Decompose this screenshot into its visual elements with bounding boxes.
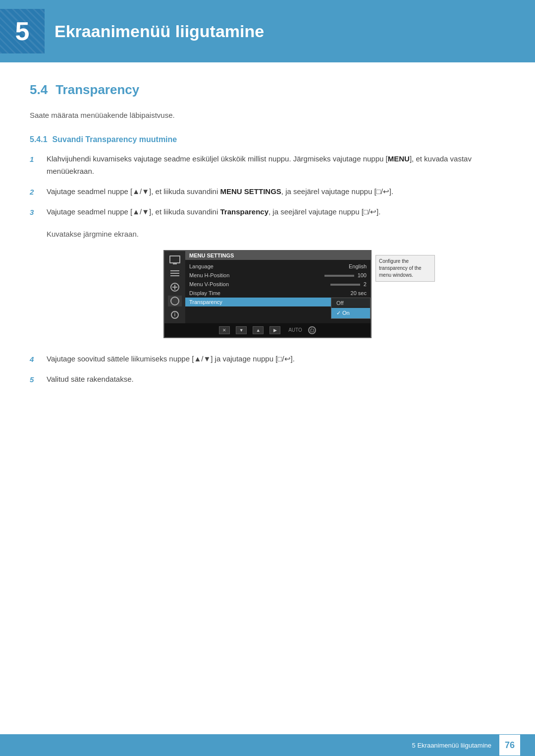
info-icon: i (171, 311, 179, 319)
btn-up: ▲ (253, 326, 264, 334)
display-time-value: 20 sec (351, 290, 367, 296)
lines-icon (170, 270, 179, 276)
steps-list-before: 1 Klahvijuhendi kuvamiseks vajutage sead… (30, 153, 505, 218)
monitor-mockup: i MENU SETTINGS Language English (163, 250, 372, 338)
menu-sidebar: i (164, 251, 185, 323)
section-number: 5.4 (30, 82, 48, 98)
h-slider (324, 275, 354, 277)
step-1-text: Klahvijuhendi kuvamiseks vajutage seadme… (47, 153, 505, 178)
menu-items: Language English Menu H-Position 100 (185, 260, 371, 308)
step-4-text: Vajutage soovitud sättele liikumiseks nu… (47, 353, 505, 365)
v-slider (330, 284, 360, 286)
step-3-number: 3 (30, 206, 43, 218)
icon-3 (168, 282, 182, 293)
step-1-kbd: MENU (388, 154, 410, 163)
chapter-header: 5 Ekraanimenüü liigutamine (0, 0, 535, 62)
monitor-container: i MENU SETTINGS Language English (30, 250, 505, 338)
tooltip-box: Configure the transparency of the menu w… (375, 255, 435, 282)
monitor-screen: i MENU SETTINGS Language English (163, 250, 372, 338)
step-4-number: 4 (30, 353, 43, 365)
subsection-title: Suvandi Transparency muutmine (53, 135, 177, 144)
chapter-number: 5 (15, 16, 30, 46)
icon-5: i (168, 309, 182, 320)
step-1: 1 Klahvijuhendi kuvamiseks vajutage sead… (30, 153, 505, 178)
icon-1 (168, 254, 182, 265)
subsection-number: 5.4.1 (30, 135, 48, 144)
btn-down: ▼ (236, 326, 247, 334)
menu-title: MENU SETTINGS (189, 252, 234, 258)
section-title: Transparency (55, 82, 139, 98)
step-4: 4 Vajutage soovitud sättele liikumiseks … (30, 353, 505, 365)
v-position-value: 2 (330, 281, 367, 287)
v-position-label: Menu V-Position (189, 281, 330, 287)
gear-icon (170, 297, 179, 305)
chapter-number-box: 5 (0, 9, 45, 53)
step-2: 2 Vajutage seadmel nuppe [▲/▼], et liiku… (30, 186, 505, 198)
chapter-title: Ekraanimenüü liigutamine (54, 22, 264, 41)
language-label: Language (189, 263, 349, 269)
section-description: Saate määrata menüüakende läbipaistvuse. (30, 109, 505, 121)
monitor-bottom-bar: ✕ ▼ ▲ ▶ AUTO (164, 323, 371, 337)
btn-auto-label: AUTO (288, 327, 302, 333)
step-2-menu-settings: MENU SETTINGS (220, 187, 281, 196)
step-3: 3 Vajutage seadmel nuppe [▲/▼], et liiku… (30, 206, 505, 218)
dropdown-off: Off (331, 298, 370, 308)
step-5-text: Valitud säte rakendatakse. (47, 373, 505, 386)
h-position-label: Menu H-Position (189, 272, 324, 278)
step-2-number: 2 (30, 186, 43, 198)
menu-content: MENU SETTINGS Language English Menu H-Po… (185, 251, 371, 323)
menu-row-transparency: Transparency Off On (185, 298, 371, 306)
main-content: 5.4 Transparency Saate määrata menüüaken… (0, 82, 535, 435)
monitor-icon (169, 255, 180, 263)
btn-power (308, 326, 316, 334)
step-5-number: 5 (30, 373, 43, 386)
menu-header: MENU SETTINGS (185, 251, 371, 260)
footer-chapter-ref: 5 Ekraanimenüü liigutamine (412, 742, 491, 749)
page-footer: 5 Ekraanimenüü liigutamine 76 (0, 734, 535, 756)
step-1-number: 1 (30, 153, 43, 165)
dropdown-on: On (331, 308, 370, 318)
menu-row-v-position: Menu V-Position 2 (185, 280, 371, 289)
h-position-value: 100 (324, 272, 367, 278)
step-3-text: Vajutage seadmel nuppe [▲/▼], et liikuda… (47, 206, 505, 218)
step-3-transparency: Transparency (220, 207, 268, 216)
menu-row-h-position: Menu H-Position 100 (185, 271, 371, 280)
language-value: English (349, 263, 367, 269)
footer-page-number: 76 (499, 735, 520, 756)
menu-row-display-time: Display Time 20 sec (185, 289, 371, 298)
subsection-heading: 5.4.1 Suvandi Transparency muutmine (30, 135, 505, 144)
steps-list-after: 4 Vajutage soovitud sättele liikumiseks … (30, 353, 505, 386)
menu-area: i MENU SETTINGS Language English (164, 251, 371, 323)
sub-note: Kuvatakse järgmine ekraan. (47, 228, 505, 240)
btn-x: ✕ (219, 326, 230, 334)
btn-right: ▶ (269, 326, 280, 334)
tooltip-text: Configure the transparency of the menu w… (379, 258, 422, 278)
section-heading: 5.4 Transparency (30, 82, 505, 98)
icon-4-active (168, 296, 182, 306)
transparency-dropdown: Off On (331, 298, 371, 319)
menu-row-language: Language English (185, 262, 371, 271)
display-time-label: Display Time (189, 290, 351, 296)
icon-2 (168, 268, 182, 279)
step-5: 5 Valitud säte rakendatakse. (30, 373, 505, 386)
step-2-text: Vajutage seadmel nuppe [▲/▼], et liikuda… (47, 186, 505, 198)
crosshair-icon (170, 283, 179, 292)
